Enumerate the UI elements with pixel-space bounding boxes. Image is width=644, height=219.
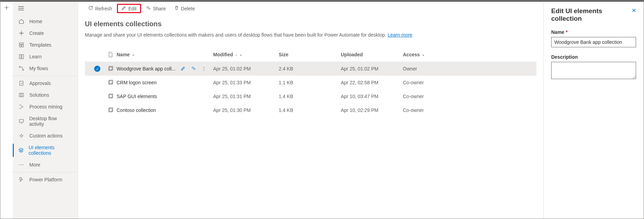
sidebar-item-home[interactable]: Home xyxy=(13,16,78,27)
col-name-header[interactable]: Name ⌄ xyxy=(117,52,213,57)
col-access-header[interactable]: Access ⌄ xyxy=(403,52,444,57)
row-size: 1.1 KB xyxy=(279,80,341,85)
sidebar-item-label: Desktop flow activity xyxy=(29,116,72,127)
main-content: Refresh Edit Share Delete UI elements co… xyxy=(78,0,544,219)
collection-icon xyxy=(104,107,117,113)
sidebar-item-ui-elements[interactable]: UI elements collections xyxy=(13,142,78,159)
edit-icon xyxy=(121,6,126,11)
svg-point-10 xyxy=(20,135,22,137)
sidebar-item-label: More xyxy=(29,162,40,168)
svg-point-5 xyxy=(19,66,20,68)
col-size-label: Size xyxy=(279,52,288,57)
edit-label: Edit xyxy=(128,6,137,11)
sidebar-item-solutions[interactable]: Solutions xyxy=(13,89,78,101)
svg-point-11 xyxy=(147,7,149,8)
chevron-down-icon: ⌄ xyxy=(422,53,425,56)
sidebar-item-learn[interactable]: Learn xyxy=(13,51,78,63)
col-uploaded-header[interactable]: Uploaded xyxy=(341,52,403,57)
row-name[interactable]: SAP GUI elements xyxy=(117,94,213,99)
table-row[interactable]: Contoso collection Apr 25, 01:30 PM 1.4 … xyxy=(85,103,536,117)
sidebar-item-more[interactable]: ⋯ More xyxy=(13,159,78,171)
sidebar-item-label: Home xyxy=(29,19,42,24)
sidebar-item-custom-actions[interactable]: Custom actions xyxy=(13,130,78,142)
row-share-icon[interactable] xyxy=(191,66,196,72)
row-modified: Apr 25, 01:30 PM xyxy=(213,107,279,113)
sidebar-item-myflows[interactable]: My flows xyxy=(13,63,78,74)
sidebar-item-label: Power Platform xyxy=(29,177,62,182)
edit-panel: Edit UI elements collection ✕ Name * Des… xyxy=(544,0,644,219)
row-size: 2.4 KB xyxy=(279,66,341,72)
content-area: UI elements collections Manage and share… xyxy=(78,17,543,117)
row-select[interactable]: ✓ xyxy=(90,66,104,72)
name-input[interactable] xyxy=(551,37,636,47)
row-access: Co-owner xyxy=(403,94,444,99)
add-tab-icon[interactable] xyxy=(4,5,9,11)
name-label-text: Name xyxy=(551,29,564,35)
sidebar-item-label: Custom actions xyxy=(29,133,62,139)
row-uploaded: Apr 22, 02:58 PM xyxy=(341,80,403,85)
chevron-down-icon: ⌄ xyxy=(239,53,242,56)
row-uploaded: Apr 10, 02:29 PM xyxy=(341,107,403,113)
sidebar-item-label: Solutions xyxy=(29,92,49,98)
refresh-button[interactable]: Refresh xyxy=(85,4,116,13)
row-name-text: Contoso collection xyxy=(117,107,213,113)
row-actions: ⋮ xyxy=(181,66,206,72)
custom-actions-icon xyxy=(18,133,24,139)
edit-button[interactable]: Edit xyxy=(117,4,141,13)
sidebar-item-create[interactable]: Create xyxy=(13,27,78,39)
col-size-header[interactable]: Size xyxy=(279,52,341,57)
table-row[interactable]: CRM logon screen Apr 25, 01:33 PM 1.1 KB… xyxy=(85,76,536,89)
plus-icon xyxy=(18,31,24,36)
sidebar-item-templates[interactable]: Templates xyxy=(13,39,78,51)
row-size: 1.4 KB xyxy=(279,107,341,113)
row-name[interactable]: Woodgrove Bank app coll... ⋮ xyxy=(117,66,213,72)
sidebar-section-main: Home Create Templates Learn My flows xyxy=(13,14,78,76)
share-button[interactable]: Share xyxy=(142,4,169,13)
learn-icon xyxy=(18,54,24,59)
svg-rect-8 xyxy=(19,93,23,97)
row-more-icon[interactable]: ⋮ xyxy=(201,66,206,72)
description-input[interactable] xyxy=(551,62,636,79)
top-border xyxy=(0,0,644,2)
home-icon xyxy=(18,19,24,24)
delete-icon xyxy=(174,6,179,11)
sidebar-section-footer: Power Platform xyxy=(13,172,78,187)
col-modified-header[interactable]: Modified ↓ ⌄ xyxy=(213,52,279,57)
learn-more-link[interactable]: Learn more xyxy=(388,32,413,38)
sidebar-item-approvals[interactable]: Approvals xyxy=(13,77,78,89)
row-name[interactable]: CRM logon screen xyxy=(117,80,213,85)
hamburger-menu[interactable] xyxy=(13,3,78,14)
refresh-label: Refresh xyxy=(95,6,112,11)
collections-table: Name ⌄ Modified ↓ ⌄ Size Uploaded Access… xyxy=(85,47,536,117)
sidebar-item-label: UI elements collections xyxy=(29,145,72,156)
table-row[interactable]: SAP GUI elements Apr 25, 01:31 PM 1.4 KB… xyxy=(85,89,536,103)
sidebar-section-secondary: Approvals Solutions Process mining Deskt… xyxy=(13,76,78,172)
templates-icon xyxy=(18,42,24,48)
row-edit-icon[interactable] xyxy=(181,66,186,72)
svg-rect-4 xyxy=(22,55,23,59)
row-uploaded: Apr 25, 01:02 PM xyxy=(341,66,403,72)
ui-elements-icon xyxy=(18,147,24,153)
page-title: UI elements collections xyxy=(85,20,536,28)
sidebar-item-label: Create xyxy=(29,30,44,36)
close-icon[interactable]: ✕ xyxy=(632,7,636,14)
delete-button[interactable]: Delete xyxy=(171,4,198,13)
sidebar-item-process-mining[interactable]: Process mining xyxy=(13,101,78,113)
solutions-icon xyxy=(18,92,24,98)
sidebar-item-desktop-activity[interactable]: Desktop flow activity xyxy=(13,113,78,130)
sidebar-item-label: Templates xyxy=(29,42,51,48)
share-label: Share xyxy=(153,6,166,11)
svg-point-6 xyxy=(22,69,24,70)
table-header: Name ⌄ Modified ↓ ⌄ Size Uploaded Access… xyxy=(85,47,536,62)
chevron-down-icon: ⌄ xyxy=(132,53,135,56)
collection-icon xyxy=(104,66,117,72)
sidebar-item-label: Approvals xyxy=(29,80,51,86)
name-field-label: Name * xyxy=(551,29,636,35)
row-modified: Apr 25, 01:33 PM xyxy=(213,80,279,85)
table-row[interactable]: ✓ Woodgrove Bank app coll... ⋮ Apr 25, 0… xyxy=(85,62,536,76)
svg-rect-0 xyxy=(19,43,23,44)
row-name-text: Woodgrove Bank app coll... xyxy=(117,66,179,72)
row-uploaded: Apr 10, 03:47 PM xyxy=(341,94,403,99)
row-name[interactable]: Contoso collection xyxy=(117,107,213,113)
sidebar-item-power-platform[interactable]: Power Platform xyxy=(13,174,78,185)
